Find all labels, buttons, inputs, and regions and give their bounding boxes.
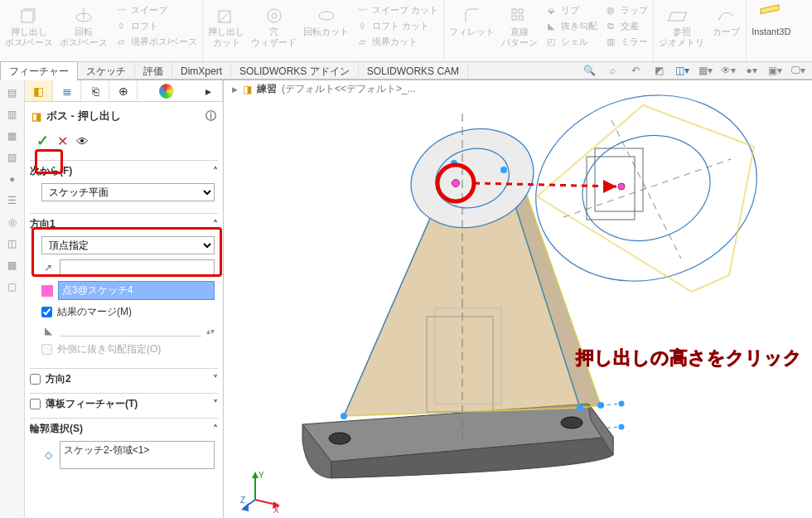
svg-line-3 — [219, 11, 230, 22]
ribbon-curves[interactable]: カーブ — [711, 3, 741, 48]
spinner-up-down-icon[interactable]: ▴▾ — [206, 327, 215, 336]
direction2-group-header[interactable]: 方向2 ˅ — [30, 368, 218, 388]
ribbon-loft-cut[interactable]: ◊ロフト カット — [355, 19, 438, 32]
rib-icon: ⬙ — [544, 3, 558, 17]
view-settings-icon[interactable]: 🖵▾ — [790, 63, 805, 78]
tp-design-library-icon[interactable]: ▥ — [5, 107, 20, 122]
ribbon-boundary[interactable]: ▱境界ボス/ベース — [114, 35, 197, 48]
display-style-icon[interactable]: ▦▾ — [698, 63, 713, 78]
ribbon-revolve-boss[interactable]: 回転 ボス/ベース — [60, 3, 108, 48]
view-orientation-icon[interactable]: ◫▾ — [674, 63, 689, 78]
contour-listbox[interactable]: スケッチ2-領域<1> — [60, 441, 215, 469]
view-triad[interactable]: Y X Z — [240, 468, 282, 510]
tp-extra2-icon[interactable]: ▢ — [5, 279, 20, 294]
contour-select-icon: ◇ — [41, 448, 55, 462]
prev-view-icon[interactable]: ↶ — [628, 63, 643, 78]
tab-evaluate[interactable]: 評価 — [135, 62, 172, 80]
tab-features[interactable]: フィーチャー — [0, 61, 78, 81]
display-manager-tab[interactable] — [159, 84, 174, 99]
tp-view-palette-icon[interactable]: ▧ — [5, 150, 20, 165]
extrude-cut-icon — [215, 3, 238, 27]
tab-sw-addins[interactable]: SOLIDWORKS アドイン — [231, 62, 359, 80]
tp-extra1-icon[interactable]: ▩ — [5, 258, 20, 273]
ribbon-fillet[interactable]: フィレット — [449, 3, 495, 48]
ribbon-wrap[interactable]: ◍ラップ — [604, 3, 648, 17]
ribbon-loft[interactable]: ◊ロフト — [114, 19, 197, 32]
svg-point-35 — [619, 401, 625, 407]
merge-result-checkbox[interactable]: 結果のマージ(M) — [41, 305, 215, 319]
zoom-fit-icon[interactable]: 🔍 — [582, 63, 597, 78]
pm-ok-button[interactable]: ✓ — [36, 132, 49, 150]
sweep-cut-icon: 〰 — [355, 3, 369, 17]
ribbon-instant3d[interactable]: Instant3D — [752, 3, 790, 37]
tab-sketch[interactable]: スケッチ — [78, 62, 135, 80]
from-group-header[interactable]: 次から(F)˄ — [30, 160, 218, 180]
svg-point-21 — [561, 417, 582, 428]
vertex-selection-field[interactable]: 点3@スケッチ4 — [58, 281, 215, 300]
draft-angle-field[interactable] — [60, 325, 201, 336]
breadcrumb-expand-icon[interactable]: ▶ — [232, 85, 238, 94]
sweep-icon: 〰 — [114, 3, 128, 17]
draft-outward-checkbox[interactable]: 外側に抜き勾配指定(O) — [41, 342, 215, 356]
edit-appearance-icon[interactable]: ●▾ — [744, 63, 759, 78]
tp-forum-icon[interactable]: ◎ — [5, 215, 20, 230]
ribbon-draft[interactable]: ◣抜き勾配 — [544, 19, 597, 32]
dimxpert-manager-tab[interactable]: ⊕ — [109, 80, 138, 101]
tp-cam-icon[interactable]: ◫ — [5, 236, 20, 251]
draft-on-off-icon[interactable]: ◣ — [41, 324, 55, 337]
ribbon-sweep[interactable]: 〰スイープ — [114, 3, 197, 17]
ribbon-sweep-cut[interactable]: 〰スイープ カット — [355, 3, 438, 17]
ribbon-extrude-boss[interactable]: 押し出し ボス/ベース — [5, 3, 53, 48]
tp-resources-icon[interactable]: ▤ — [5, 85, 20, 100]
ribbon-ref-geometry[interactable]: 参照 ジオメトリ — [659, 3, 704, 48]
ribbon-intersect[interactable]: ⧉交差 — [604, 19, 648, 32]
boundary-cut-icon: ▱ — [355, 35, 369, 48]
shell-icon: ◰ — [544, 35, 558, 48]
ribbon-linear-pattern[interactable]: 直線 パターン — [501, 3, 538, 48]
manager-tabs: ◧ ≣ ⎗ ⊕ ▸ — [25, 80, 223, 102]
direction1-group-header[interactable]: 方向1˄ — [30, 213, 218, 233]
pm-help-icon[interactable]: ⓘ — [205, 109, 216, 123]
pm-preview-button[interactable]: 👁 — [76, 134, 89, 148]
chevron-up-icon: ˄ — [213, 166, 218, 177]
direction-arrow-icon[interactable]: ↗ — [41, 261, 55, 274]
tp-file-explorer-icon[interactable]: ▦ — [5, 128, 20, 143]
apply-scene-icon[interactable]: ▣▾ — [767, 63, 782, 78]
ribbon-boundary-cut[interactable]: ▱境界カット — [355, 35, 438, 48]
cam-manager-tab[interactable]: ▸ — [195, 80, 223, 101]
ribbon-mirror[interactable]: ▥ミラー — [604, 35, 648, 48]
direction1-end-condition-select[interactable]: 頂点指定 — [41, 236, 215, 254]
svg-point-20 — [329, 433, 350, 444]
ribbon-revolve-cut[interactable]: 回転カット — [303, 3, 349, 48]
ribbon-rib[interactable]: ⬙リブ — [544, 3, 597, 17]
hide-show-icon[interactable]: 👁▾ — [721, 63, 736, 78]
pm-title: ◨ ボス - 押し出し ⓘ — [30, 105, 218, 127]
svg-rect-0 — [22, 11, 33, 22]
zoom-area-icon[interactable]: ⌕ — [605, 63, 620, 78]
direction-vector-field[interactable] — [60, 259, 215, 276]
linear-pattern-icon — [508, 3, 531, 27]
feature-manager-tab[interactable]: ◧ — [25, 80, 53, 101]
tp-custom-props-icon[interactable]: ☰ — [5, 193, 20, 208]
tp-appearances-icon[interactable]: ● — [5, 172, 20, 186]
tab-sw-cam[interactable]: SOLIDWORKS CAM — [359, 63, 468, 78]
property-manager-tab[interactable]: ≣ — [53, 80, 81, 101]
ribbon-hole-wizard[interactable]: 穴 ウィザード — [251, 3, 297, 48]
config-manager-tab[interactable]: ⎗ — [81, 80, 109, 101]
feature-breadcrumb[interactable]: ▶ ◨ 練習 (デフォルト<<デフォルト>_... — [232, 82, 416, 96]
loft-icon: ◊ — [114, 19, 128, 32]
ribbon-extrude-cut[interactable]: 押し出し カット — [208, 3, 244, 48]
section-view-icon[interactable]: ◩ — [651, 63, 666, 78]
svg-text:Z: Z — [240, 496, 245, 505]
ribbon-shell[interactable]: ◰シェル — [544, 35, 597, 48]
tab-dimxpert[interactable]: DimXpert — [172, 63, 231, 78]
contours-group-header[interactable]: 輪郭選択(S)˄ — [30, 418, 218, 438]
svg-rect-18 — [595, 148, 643, 211]
graphics-viewport[interactable]: ▶ ◨ 練習 (デフォルト<<デフォルト>_... — [224, 80, 812, 518]
from-select[interactable]: スケッチ平面 — [41, 183, 215, 201]
thin-feature-group-header[interactable]: 薄板フィーチャー(T) ˅ — [30, 393, 218, 413]
chevron-up-icon: ˄ — [213, 219, 218, 230]
fillet-icon — [461, 3, 484, 27]
pm-cancel-button[interactable]: ✕ — [57, 133, 68, 149]
boundary-icon: ▱ — [114, 35, 128, 48]
